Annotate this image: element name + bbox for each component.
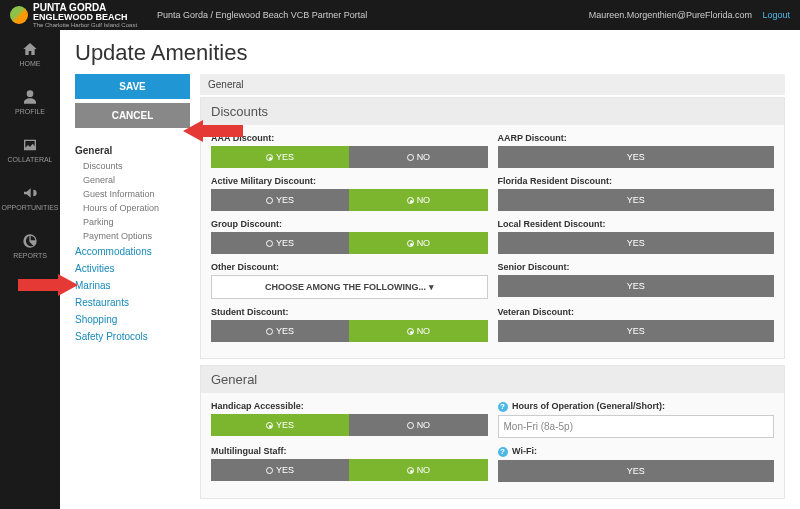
yes-no-toggle[interactable]: YESNO [211, 146, 488, 168]
option-yes[interactable]: YES [498, 146, 775, 168]
field-label: Veteran Discount: [498, 307, 775, 317]
yes-no-toggle[interactable]: YESNO [211, 189, 488, 211]
option-yes[interactable]: YES [211, 189, 349, 211]
field: Florida Resident Discount:YES [498, 176, 775, 211]
option-no[interactable]: NO [349, 232, 487, 254]
field: Group Discount:YESNO [211, 219, 488, 254]
help-icon[interactable]: ? [498, 402, 508, 412]
option-yes[interactable]: YES [211, 414, 349, 436]
field-label: ? Wi-Fi: [498, 446, 775, 457]
brand-line-1: PUNTA GORDA [33, 3, 137, 13]
panel-general: GeneralHandicap Accessible:YESNO? Hours … [200, 365, 785, 499]
text-input[interactable] [498, 415, 775, 438]
nav-link-accommodations[interactable]: Accommodations [75, 243, 190, 260]
field-label: Other Discount: [211, 262, 488, 272]
nav-group-general[interactable]: General [75, 142, 190, 159]
nav-sub-payment-options[interactable]: Payment Options [75, 229, 190, 243]
option-yes[interactable]: YES [211, 232, 349, 254]
field-label: Group Discount: [211, 219, 488, 229]
left-rail: HOMEPROFILECOLLATERALOPPORTUNITIESREPORT… [0, 30, 60, 509]
nav-link-safety-protocols[interactable]: Safety Protocols [75, 328, 190, 345]
field: Student Discount:YESNO [211, 307, 488, 342]
field: Senior Discount:YES [498, 262, 775, 299]
main-content: General DiscountsAAA Discount:YESNOAARP … [200, 74, 785, 505]
option-yes[interactable]: YES [211, 459, 349, 481]
yes-no-toggle[interactable]: YESNO [211, 320, 488, 342]
user-email: Maureen.Morgenthien@PureFlorida.com [589, 10, 752, 20]
field-label: Handicap Accessible: [211, 401, 488, 411]
field: ? Wi-Fi:YES [498, 446, 775, 482]
field: AAA Discount:YESNO [211, 133, 488, 168]
field-label: ? Hours of Operation (General/Short): [498, 401, 775, 412]
option-no[interactable]: NO [349, 459, 487, 481]
nav-sub-general[interactable]: General [75, 173, 190, 187]
yes-no-toggle[interactable]: YESNO [211, 459, 488, 481]
page-title: Update Amenities [75, 40, 785, 66]
save-button[interactable]: SAVE [75, 74, 190, 99]
field: Veteran Discount:YES [498, 307, 775, 342]
field: Other Discount:CHOOSE AMONG THE FOLLOWIN… [211, 262, 488, 299]
field-label: Student Discount: [211, 307, 488, 317]
option-yes[interactable]: YES [498, 189, 775, 211]
cancel-button[interactable]: CANCEL [75, 103, 190, 128]
field-label: Local Resident Discount: [498, 219, 775, 229]
chevron-down-icon: ▾ [429, 282, 434, 292]
rail-home[interactable]: HOME [0, 30, 60, 78]
option-yes[interactable]: YES [498, 232, 775, 254]
option-no[interactable]: NO [349, 146, 487, 168]
rail-opportunities[interactable]: OPPORTUNITIES [0, 174, 60, 222]
field: Active Military Discount:YESNO [211, 176, 488, 211]
field: Multilingual Staff:YESNO [211, 446, 488, 482]
yes-no-toggle[interactable]: YESNO [211, 232, 488, 254]
option-yes[interactable]: YES [498, 275, 775, 297]
yes-no-toggle[interactable]: YESNO [211, 414, 488, 436]
field-label: Active Military Discount: [211, 176, 488, 186]
option-yes[interactable]: YES [498, 460, 775, 482]
brand-line-2: ENGLEWOOD BEACH [33, 13, 137, 22]
panel-header: General [201, 366, 784, 393]
nav-link-activities[interactable]: Activities [75, 260, 190, 277]
portal-title: Punta Gorda / Englewood Beach VCB Partne… [157, 10, 367, 21]
option-yes[interactable]: YES [498, 320, 775, 342]
panel-header: Discounts [201, 98, 784, 125]
help-icon[interactable]: ? [498, 447, 508, 457]
logo: PUNTA GORDA ENGLEWOOD BEACH The Charlott… [10, 3, 137, 28]
option-no[interactable]: NO [349, 189, 487, 211]
option-yes[interactable]: YES [211, 146, 349, 168]
nav-sub-guest-information[interactable]: Guest Information [75, 187, 190, 201]
rail-profile[interactable]: PROFILE [0, 78, 60, 126]
choose-dropdown[interactable]: CHOOSE AMONG THE FOLLOWING... ▾ [211, 275, 488, 299]
panel-discounts: DiscountsAAA Discount:YESNOAARP Discount… [200, 97, 785, 359]
field-label: AAA Discount: [211, 133, 488, 143]
field-label: Senior Discount: [498, 262, 775, 272]
top-bar: PUNTA GORDA ENGLEWOOD BEACH The Charlott… [0, 0, 800, 30]
logo-icon [10, 6, 28, 24]
field: Handicap Accessible:YESNO [211, 401, 488, 438]
field-label: Florida Resident Discount: [498, 176, 775, 186]
nav-sub-discounts[interactable]: Discounts [75, 159, 190, 173]
field-label: AARP Discount: [498, 133, 775, 143]
nav-link-shopping[interactable]: Shopping [75, 311, 190, 328]
nav-sub-hours-of-operation[interactable]: Hours of Operation [75, 201, 190, 215]
nav-link-restaurants[interactable]: Restaurants [75, 294, 190, 311]
sidebar: SAVE CANCEL General DiscountsGeneralGues… [75, 74, 190, 505]
category-nav: General DiscountsGeneralGuest Informatio… [75, 142, 190, 345]
field: AARP Discount:YES [498, 133, 775, 168]
breadcrumb: General [200, 74, 785, 95]
option-no[interactable]: NO [349, 414, 487, 436]
nav-sub-parking[interactable]: Parking [75, 215, 190, 229]
field: Local Resident Discount:YES [498, 219, 775, 254]
logout-link[interactable]: Logout [762, 10, 790, 20]
field-label: Multilingual Staff: [211, 446, 488, 456]
nav-link-marinas[interactable]: Marinas [75, 277, 190, 294]
option-yes[interactable]: YES [211, 320, 349, 342]
rail-collateral[interactable]: COLLATERAL [0, 126, 60, 174]
field: ? Hours of Operation (General/Short): [498, 401, 775, 438]
brand-tagline: The Charlotte Harbor Gulf Island Coast [33, 22, 137, 28]
rail-reports[interactable]: REPORTS [0, 222, 60, 270]
option-no[interactable]: NO [349, 320, 487, 342]
user-area: Maureen.Morgenthien@PureFlorida.com Logo… [589, 10, 790, 20]
